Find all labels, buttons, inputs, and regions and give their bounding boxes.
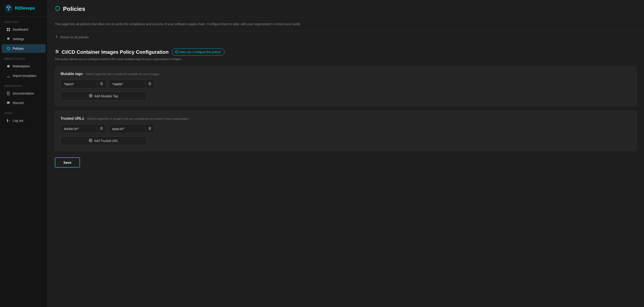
documentation-icon bbox=[6, 91, 10, 96]
policy-config-title: CI/CD Container Images Policy Configurat… bbox=[55, 49, 168, 55]
mutable-tags-title: Mutable tags bbox=[60, 72, 83, 76]
back-link-label: Return to all policies bbox=[60, 35, 89, 39]
svg-rect-10 bbox=[8, 28, 10, 29]
add-mutable-tag-button[interactable]: Add Mutable Tag bbox=[60, 92, 146, 101]
svg-rect-9 bbox=[7, 28, 8, 29]
mutable-tag-delete-2[interactable] bbox=[146, 80, 154, 88]
sidebar-discord-label: Discord bbox=[13, 101, 23, 105]
sidebar-import-label: Import templates bbox=[13, 74, 36, 78]
mutable-tags-row bbox=[60, 80, 631, 88]
trusted-url-delete-1[interactable] bbox=[97, 125, 106, 133]
svg-point-25 bbox=[56, 50, 57, 51]
page-description: This page lists all policies that allow … bbox=[48, 17, 644, 31]
sidebar-item-dashboard[interactable]: Dashboard bbox=[2, 25, 46, 34]
logout-icon bbox=[6, 119, 10, 123]
svg-text:?: ? bbox=[176, 51, 178, 53]
discord-icon bbox=[6, 101, 10, 105]
policy-config-area: CI/CD Container Images Policy Configurat… bbox=[48, 43, 644, 173]
import-icon bbox=[6, 74, 10, 78]
mutable-tag-delete-1[interactable] bbox=[97, 80, 106, 88]
mutable-tags-subtitle: Define tags that are considered mutable … bbox=[86, 72, 159, 76]
help-circle-icon: ? bbox=[175, 50, 178, 54]
config-sliders-icon bbox=[55, 49, 59, 55]
user-section-label: User bbox=[0, 108, 47, 116]
sidebar-marketplace-label: Marketplace bbox=[13, 64, 30, 68]
svg-rect-12 bbox=[8, 30, 10, 31]
page-title: Policies bbox=[63, 6, 85, 13]
policy-config-header: CI/CD Container Images Policy Configurat… bbox=[55, 49, 637, 56]
back-arrow-icon bbox=[55, 35, 58, 39]
trusted-url-field-1[interactable] bbox=[61, 125, 97, 133]
sidebar-item-marketplace[interactable]: Marketplace bbox=[2, 62, 46, 71]
sidebar-item-settings[interactable]: Settings bbox=[2, 35, 46, 43]
svg-rect-33 bbox=[149, 83, 151, 85]
svg-rect-39 bbox=[100, 127, 102, 129]
mutable-tag-input-1 bbox=[60, 80, 106, 88]
sidebar-settings-label: Settings bbox=[13, 37, 24, 41]
svg-point-27 bbox=[56, 52, 57, 53]
mutable-tag-input-2 bbox=[109, 80, 154, 88]
mutable-tag-field-2[interactable] bbox=[109, 80, 145, 88]
add-trusted-url-label: Add Trusted URL bbox=[94, 139, 118, 143]
page-header: Policies bbox=[48, 0, 644, 17]
trusted-urls-title: Trusted URLs bbox=[60, 117, 84, 120]
trusted-urls-subtitle: Define registries or images that are con… bbox=[87, 117, 188, 120]
svg-point-8 bbox=[8, 6, 9, 6]
svg-point-0 bbox=[4, 4, 13, 12]
help-button-label: How can I configure this policy? bbox=[180, 50, 221, 54]
main-content: Policies This page lists all policies th… bbox=[48, 0, 644, 307]
svg-rect-42 bbox=[149, 127, 151, 129]
sidebar: R2Devops Analysis Dashboard Settings Pol… bbox=[0, 0, 48, 307]
marketplace-icon bbox=[6, 64, 10, 68]
svg-marker-13 bbox=[7, 65, 10, 68]
trusted-urls-row bbox=[60, 124, 631, 133]
svg-point-26 bbox=[57, 51, 58, 52]
marketplace-section-label: Marketplace bbox=[0, 53, 47, 62]
mutable-tags-header: Mutable tags Define tags that are consid… bbox=[60, 72, 631, 76]
save-button[interactable]: Save bbox=[55, 157, 80, 168]
mutable-tags-card: Mutable tags Define tags that are consid… bbox=[55, 66, 637, 106]
sidebar-documentation-label: Documentation bbox=[13, 92, 34, 95]
logo-area: R2Devops bbox=[0, 0, 47, 17]
sidebar-item-documentation[interactable]: Documentation bbox=[2, 89, 46, 98]
add-mutable-tag-plus-icon bbox=[89, 94, 92, 98]
trusted-url-delete-2[interactable] bbox=[146, 125, 154, 133]
sidebar-item-logout[interactable]: Log out bbox=[2, 116, 46, 125]
analysis-section-label: Analysis bbox=[0, 17, 47, 25]
page-header-icon bbox=[55, 6, 60, 13]
trusted-urls-card: Trusted URLs Define registries or images… bbox=[55, 111, 637, 151]
app-logo-icon bbox=[4, 4, 13, 12]
settings-icon bbox=[6, 37, 10, 41]
svg-rect-14 bbox=[7, 77, 10, 77]
svg-rect-30 bbox=[100, 83, 102, 85]
resources-section-label: Resources bbox=[0, 81, 47, 89]
sidebar-policies-label: Policies bbox=[13, 47, 24, 50]
dashboard-icon bbox=[6, 28, 10, 32]
svg-rect-11 bbox=[7, 30, 8, 31]
trusted-urls-header: Trusted URLs Define registries or images… bbox=[60, 117, 631, 121]
help-button[interactable]: ? How can I configure this policy? bbox=[172, 49, 224, 56]
trusted-url-input-2 bbox=[109, 124, 154, 133]
sidebar-item-discord[interactable]: Discord bbox=[2, 99, 46, 107]
app-name: R2Devops bbox=[15, 6, 35, 11]
trusted-url-field-2[interactable] bbox=[109, 125, 145, 133]
trusted-url-input-1 bbox=[60, 124, 106, 133]
sidebar-item-import-templates[interactable]: Import templates bbox=[2, 71, 46, 80]
add-trusted-url-button[interactable]: Add Trusted URL bbox=[60, 136, 146, 145]
mutable-tag-field-1[interactable] bbox=[61, 80, 97, 88]
policy-config-description: This policy allows you to configure trus… bbox=[55, 57, 637, 61]
sidebar-item-policies[interactable]: Policies bbox=[2, 44, 46, 53]
sidebar-dashboard-label: Dashboard bbox=[13, 28, 28, 31]
back-link[interactable]: Return to all policies bbox=[48, 31, 644, 43]
sidebar-logout-label: Log out bbox=[13, 119, 23, 122]
policies-icon bbox=[6, 47, 10, 51]
add-trusted-url-plus-icon bbox=[89, 139, 92, 143]
add-mutable-tag-label: Add Mutable Tag bbox=[94, 94, 118, 98]
policy-config-title-text: CI/CD Container Images Policy Configurat… bbox=[62, 49, 168, 55]
